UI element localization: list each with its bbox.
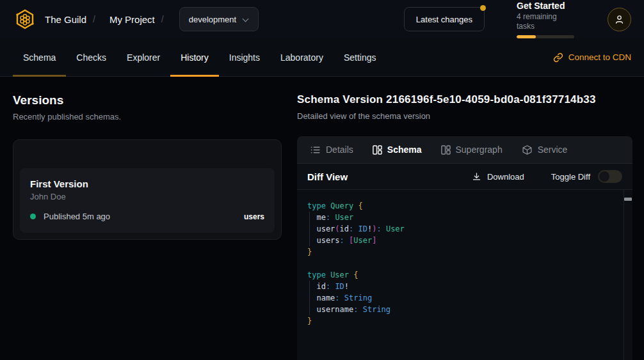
link-icon <box>553 52 563 63</box>
diff-view-header: Diff View Download Toggle Diff <box>297 164 632 190</box>
code-line <box>307 258 615 269</box>
tab-supergraph[interactable]: Supergraph <box>441 145 503 155</box>
schema-code-view[interactable]: type Query { me: User user(id: ID!): Use… <box>297 190 632 360</box>
schema-version-title: Schema Version 2166196f-5e10-4059-bd0a-0… <box>297 93 632 106</box>
download-button[interactable]: Download <box>472 172 524 182</box>
version-status-row: Published 5m ago users <box>30 212 264 221</box>
cube-icon <box>522 145 533 155</box>
get-started-progressbar <box>517 35 574 38</box>
code-line: type User { <box>307 269 615 281</box>
nav-tab-laboratory[interactable]: Laboratory <box>270 38 334 76</box>
toggle-diff-switch[interactable] <box>598 170 622 183</box>
tab-service-label: Service <box>538 145 568 155</box>
schema-version-subtitle: Detailed view of the schema version <box>297 111 632 121</box>
code-line: type Query { <box>307 200 615 212</box>
code-line: id: ID! <box>307 281 615 292</box>
connect-to-cdn-link[interactable]: Connect to CDN <box>553 38 631 76</box>
get-started-widget[interactable]: Get Started 4 remaining tasks <box>517 1 574 38</box>
person-icon <box>614 14 625 25</box>
download-label: Download <box>487 172 524 182</box>
breadcrumb-project[interactable]: My Project <box>109 14 155 25</box>
breadcrumb-separator: / <box>161 14 164 24</box>
schema-version-detail: Schema Version 2166196f-5e10-4059-bd0a-0… <box>297 77 644 360</box>
toggle-diff-control: Toggle Diff <box>551 170 622 183</box>
app-header: The Guild / My Project / development Lat… <box>0 0 644 38</box>
nav-tab-settings[interactable]: Settings <box>334 38 387 76</box>
tab-schema[interactable]: Schema <box>373 145 422 155</box>
version-author: John Doe <box>30 192 264 201</box>
code-line: me: User <box>307 212 615 223</box>
diff-view-actions: Download Toggle Diff <box>472 170 622 183</box>
nav-tab-schema[interactable]: Schema <box>13 38 66 76</box>
list-icon <box>310 145 321 155</box>
main-content: Versions Recently published schemas. Fir… <box>0 77 644 360</box>
breadcrumb-separator: / <box>93 14 95 24</box>
target-selector-value: development <box>189 15 236 24</box>
tab-service[interactable]: Service <box>522 145 568 155</box>
columns-icon <box>373 145 382 155</box>
download-icon <box>472 172 481 182</box>
user-avatar[interactable] <box>608 8 631 31</box>
nav-tab-checks[interactable]: Checks <box>66 38 117 76</box>
version-title: First Version <box>30 178 264 189</box>
version-status-text: Published 5m ago <box>44 212 110 221</box>
version-list-item[interactable]: First Version John Doe Published 5m ago … <box>20 168 275 233</box>
target-selector[interactable]: development <box>179 7 259 31</box>
code-line: username: String <box>307 304 615 315</box>
versions-list-card: First Version John Doe Published 5m ago … <box>13 139 282 240</box>
get-started-title: Get Started <box>517 1 574 12</box>
connect-to-cdn-label: Connect to CDN <box>568 52 631 62</box>
header-right: Latest changes Get Started 4 remaining t… <box>404 1 631 38</box>
nav-tab-insights[interactable]: Insights <box>219 38 270 76</box>
columns-icon <box>441 145 451 155</box>
code-line: users: [User] <box>307 235 615 246</box>
code-line: } <box>307 315 615 327</box>
published-status-dot <box>30 214 36 219</box>
versions-subtitle: Recently published schemas. <box>13 112 282 121</box>
breadcrumb-org[interactable]: The Guild <box>45 14 86 25</box>
scrollbar-thumb[interactable] <box>624 198 632 201</box>
latest-changes-label: Latest changes <box>416 15 472 24</box>
diff-view-title: Diff View <box>307 171 348 182</box>
toggle-diff-label: Toggle Diff <box>551 172 590 182</box>
versions-title: Versions <box>13 93 282 107</box>
tab-supergraph-label: Supergraph <box>456 145 503 155</box>
toggle-knob <box>599 171 609 182</box>
code-line: user(id: ID!): User <box>307 223 615 235</box>
nav-tab-history[interactable]: History <box>170 38 219 76</box>
detail-tabs: Details Schema <box>297 136 632 164</box>
version-service-badge: users <box>244 212 264 221</box>
tab-details[interactable]: Details <box>310 145 353 155</box>
latest-changes-button[interactable]: Latest changes <box>404 7 485 31</box>
code-line: name: String <box>307 292 615 304</box>
get-started-progress-fill <box>517 35 536 38</box>
scrollbar-gutter <box>624 190 624 360</box>
detail-panel: Details Schema <box>297 136 632 360</box>
tab-details-label: Details <box>326 145 353 155</box>
nav-tab-explorer[interactable]: Explorer <box>117 38 170 76</box>
get-started-subtitle: 4 remaining tasks <box>517 12 574 31</box>
code-line: } <box>307 246 615 258</box>
chevron-down-icon <box>243 16 249 22</box>
notification-dot <box>480 5 486 11</box>
hive-logo-icon[interactable] <box>13 7 37 31</box>
tab-schema-label: Schema <box>387 145 422 155</box>
target-nav: Schema Checks Explorer History Insights … <box>0 38 644 77</box>
versions-panel: Versions Recently published schemas. Fir… <box>0 77 297 360</box>
